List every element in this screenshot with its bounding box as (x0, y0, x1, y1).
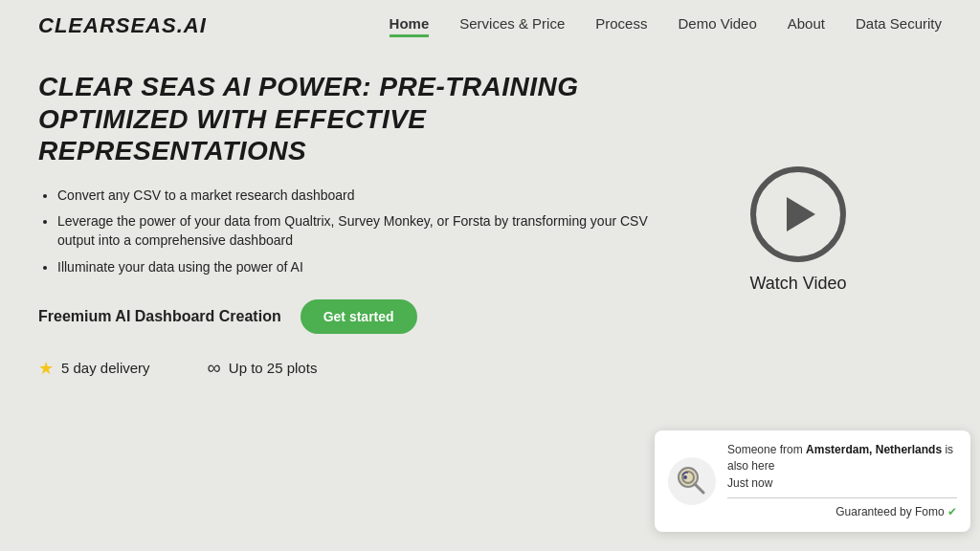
fomo-message: Someone from Amsterdam, Netherlands is a… (727, 442, 957, 474)
svg-point-3 (683, 475, 687, 479)
fomo-divider (727, 497, 957, 498)
feature-item-2: Leverage the power of your data from Qua… (57, 212, 655, 250)
nav-link-process[interactable]: Process (595, 15, 647, 32)
nav-item-services[interactable]: Services & Price (459, 15, 565, 37)
nav-link-demo[interactable]: Demo Video (678, 15, 756, 32)
plots-metric: ∞ Up to 25 plots (208, 357, 318, 379)
fomo-city: Amsterdam, Netherlands (806, 443, 942, 456)
get-started-button[interactable]: Get started (301, 299, 417, 334)
feature-item-1: Convert any CSV to a market research das… (57, 187, 655, 206)
freemium-label: Freemium AI Dashboard Creation (38, 308, 281, 325)
nav-link-services[interactable]: Services & Price (459, 15, 565, 32)
nav-link-about[interactable]: About (788, 15, 825, 32)
right-section: Watch Video (655, 71, 942, 379)
main-content: Clear Seas AI Power: Pre-Training Optimi… (0, 52, 980, 388)
freemium-row: Freemium AI Dashboard Creation Get start… (38, 299, 655, 334)
nav-item-home[interactable]: Home (390, 15, 430, 37)
feature-item-3: Illuminate your data using the power of … (57, 258, 655, 277)
nav-links: Home Services & Price Process Demo Video… (390, 15, 942, 37)
fomo-timestamp: Just now (727, 475, 957, 492)
nav-item-process[interactable]: Process (595, 15, 647, 37)
video-container: Watch Video (749, 166, 846, 294)
play-button[interactable] (750, 166, 846, 262)
watch-video-label: Watch Video (749, 274, 846, 294)
delivery-label: 5 day delivery (61, 360, 150, 376)
fomo-avatar-icon (675, 464, 709, 498)
delivery-metric: ★ 5 day delivery (38, 358, 150, 379)
metrics-row: ★ 5 day delivery ∞ Up to 25 plots (38, 357, 655, 379)
fomo-text: Someone from Amsterdam, Netherlands is a… (727, 442, 957, 520)
plots-label: Up to 25 plots (229, 360, 318, 376)
star-icon: ★ (38, 358, 54, 379)
play-triangle-icon (787, 197, 815, 231)
navbar: CLEARSEAS.AI Home Services & Price Proce… (0, 0, 980, 52)
nav-link-security[interactable]: Data Security (856, 15, 942, 32)
feature-list: Convert any CSV to a market research das… (38, 187, 655, 276)
nav-item-security[interactable]: Data Security (856, 15, 942, 37)
fomo-notification: Someone from Amsterdam, Netherlands is a… (655, 430, 970, 532)
svg-line-2 (695, 484, 703, 493)
page-headline: Clear Seas AI Power: Pre-Training Optimi… (38, 71, 655, 167)
nav-link-home[interactable]: Home (390, 15, 430, 32)
logo: CLEARSEAS.AI (38, 13, 207, 38)
fomo-check-icon: ✔ (947, 505, 957, 518)
nav-item-about[interactable]: About (788, 15, 825, 37)
nav-item-demo[interactable]: Demo Video (678, 15, 756, 37)
fomo-footer: Guaranteed by Fomo ✔ (727, 504, 957, 520)
left-section: Clear Seas AI Power: Pre-Training Optimi… (38, 71, 655, 379)
fomo-avatar (668, 457, 716, 505)
infinity-icon: ∞ (208, 357, 221, 379)
